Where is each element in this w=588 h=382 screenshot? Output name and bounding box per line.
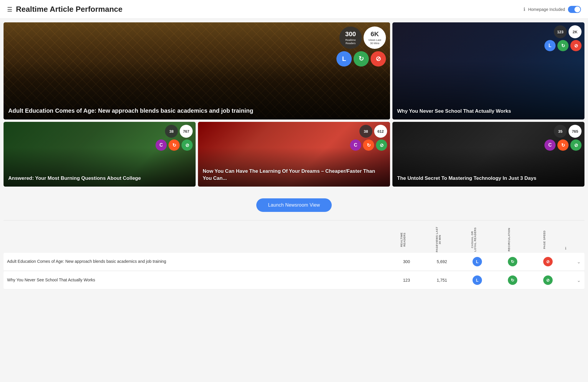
row-realtime-2: 123	[389, 278, 424, 283]
row-realtime-1: 300	[389, 259, 424, 264]
hamburger-icon[interactable]: ☰	[7, 6, 12, 13]
stats-4: 38 612 C ↻ ⊘	[350, 125, 387, 151]
column-headers: REALTIME READERS PAGEVIEWS LAST 30 MIN C…	[385, 226, 581, 253]
page-title: Realtime Article Performance	[16, 5, 123, 14]
realtime-readers-bubble: 300 RealtimeReaders	[339, 26, 362, 49]
table-row-2: Why You Never See School That Actually W…	[4, 271, 584, 289]
num2-3: 767	[180, 125, 193, 138]
speed-table-icon-1[interactable]: ⊘	[543, 257, 553, 266]
bubble-row-2: 123 2K	[554, 25, 582, 38]
row-expand-2[interactable]: ⌄	[573, 278, 584, 283]
stats-3: 38 767 C ↻ ⊘	[156, 125, 193, 151]
col-header-speed: PAGE SPEED	[527, 226, 562, 253]
article-card-5[interactable]: 35 765 C ↻ ⊘ The Untold Secret To Master…	[392, 122, 584, 187]
bubble-row-3: 38 767	[165, 125, 193, 138]
recirc-icon-4[interactable]: ↻	[363, 139, 374, 151]
expand-chevron-2[interactable]: ⌄	[577, 278, 581, 283]
table-row-1: Adult Education Comes of Age: New approa…	[4, 253, 584, 271]
article-card-2[interactable]: 123 2K L ↻ ⊘ Why You Never See School Th…	[392, 22, 584, 119]
loyal-icon-3[interactable]: C	[156, 139, 167, 151]
row-title-2: Why You Never See School That Actually W…	[4, 277, 389, 283]
stats-5: 35 765 C ↻ ⊘	[544, 125, 582, 151]
card-icons-2: L ↻ ⊘	[544, 40, 582, 51]
bubble-row-4: 38 612	[359, 125, 387, 138]
row-pageviews-1: 5,692	[424, 259, 460, 264]
views-bubble-2: 2K	[569, 25, 582, 38]
row-expand-1[interactable]: ⌄	[573, 259, 584, 265]
card-title-3: Answered: Your Most Burning Questions Ab…	[8, 175, 191, 182]
realtime-2: 123	[557, 30, 564, 34]
recirc-icon-3[interactable]: ↻	[169, 139, 180, 151]
card-title-2: Why You Never See School That Actually W…	[397, 108, 580, 115]
stats-bubbles-1: 300 RealtimeReaders 6K Views Last30 Mins…	[336, 26, 386, 67]
row-recirc-1: ↻	[495, 257, 530, 266]
speed-icon-2[interactable]: ⊘	[570, 40, 582, 51]
loyal-table-icon-1[interactable]: L	[473, 257, 482, 266]
homepage-toggle[interactable]	[568, 6, 581, 13]
col-header-realtime: REALTIME READERS	[385, 226, 421, 253]
card-overlay-1	[4, 22, 390, 119]
cards-section: 300 RealtimeReaders 6K Views Last30 Mins…	[0, 19, 588, 190]
card-icons-3: C ↻ ⊘	[156, 139, 193, 151]
recirc-table-icon-2[interactable]: ↻	[508, 275, 517, 285]
row-title-1: Adult Education Comes of Age: New approa…	[4, 259, 389, 265]
cards-grid: 300 RealtimeReaders 6K Views Last30 Mins…	[4, 22, 584, 187]
card-icons-5: C ↻ ⊘	[544, 139, 582, 151]
speed-table-icon-2[interactable]: ⊘	[543, 275, 553, 285]
speed-icon-3[interactable]: ⊘	[181, 139, 193, 151]
col-header-pageviews: PAGEVIEWS LAST 30 MIN	[421, 226, 456, 253]
card-title-5: The Untold Secret To Mastering Technolog…	[397, 175, 580, 182]
row-loyal-2: L	[460, 275, 495, 285]
table-header: REALTIME READERS PAGEVIEWS LAST 30 MIN C…	[4, 224, 584, 253]
loyal-table-icon-2[interactable]: L	[473, 275, 482, 285]
recirc-icon-5[interactable]: ↻	[557, 139, 569, 151]
num1-5: 35	[554, 125, 567, 138]
row-recirc-2: ↻	[495, 275, 530, 285]
header-left: ☰ Realtime Article Performance	[7, 5, 123, 14]
loyal-icon-5[interactable]: C	[544, 139, 556, 151]
num2-5: 765	[569, 125, 582, 138]
bubble-row-1: 300 RealtimeReaders 6K Views Last30 Mins	[339, 26, 386, 49]
row-speed-1: ⊘	[530, 257, 566, 266]
col-header-recirc: RECIRCULATION	[491, 226, 527, 253]
loyal-icon-4[interactable]: C	[350, 139, 361, 151]
recirc-icon-1[interactable]: ↻	[354, 51, 369, 67]
info-icon[interactable]: ℹ	[523, 6, 525, 12]
speed-icon-1[interactable]: ⊘	[371, 51, 386, 67]
launch-newsroom-button[interactable]: Launch Newsroom View	[256, 198, 332, 212]
num1-3: 38	[165, 125, 178, 138]
article-card-1[interactable]: 300 RealtimeReaders 6K Views Last30 Mins…	[4, 22, 390, 119]
header: ☰ Realtime Article Performance ℹ Homepag…	[0, 0, 588, 19]
num2-4: 612	[374, 125, 387, 138]
views-2: 2K	[573, 30, 578, 34]
homepage-label: Homepage Included	[528, 7, 565, 12]
card-icons-1: L ↻ ⊘	[336, 51, 386, 67]
speed-icon-4[interactable]: ⊘	[376, 139, 387, 151]
recirc-table-icon-1[interactable]: ↻	[508, 257, 517, 266]
row-pageviews-2: 1,751	[424, 278, 460, 283]
recirc-icon-2[interactable]: ↻	[557, 40, 569, 51]
article-card-3[interactable]: 38 767 C ↻ ⊘ Answered: Your Most Burning…	[4, 122, 196, 187]
card-title-4: Now You Can Have The Learning Of Your Dr…	[203, 168, 385, 182]
stats-2: 123 2K L ↻ ⊘	[544, 25, 582, 51]
article-card-4[interactable]: 38 612 C ↻ ⊘ Now You Can Have The Learni…	[198, 122, 390, 187]
launch-section: Launch Newsroom View	[0, 190, 588, 220]
speed-icon-5[interactable]: ⊘	[570, 139, 582, 151]
loyal-icon-1[interactable]: L	[336, 51, 352, 67]
expand-chevron-1[interactable]: ⌄	[577, 259, 581, 265]
bubble-row-5: 35 765	[554, 125, 582, 138]
row-loyal-1: L	[460, 257, 495, 266]
card-icons-4: C ↻ ⊘	[350, 139, 387, 151]
col-header-info: ℹ	[562, 246, 569, 253]
table-info-icon[interactable]: ℹ	[565, 246, 566, 250]
realtime-count: 300	[345, 30, 356, 38]
header-right: ℹ Homepage Included	[523, 6, 581, 13]
loyal-icon-2[interactable]: L	[544, 40, 556, 51]
views-30-bubble: 6K Views Last30 Mins	[364, 26, 386, 49]
views-30-count: 6K	[371, 30, 379, 38]
card-title-1: Adult Education Comes of Age: New approa…	[8, 107, 385, 115]
row-speed-2: ⊘	[530, 275, 566, 285]
col-header-loyal: CASUAL OR LOYAL READERS	[456, 226, 491, 253]
realtime-bubble-2: 123	[554, 25, 567, 38]
table-section: REALTIME READERS PAGEVIEWS LAST 30 MIN C…	[0, 220, 588, 293]
